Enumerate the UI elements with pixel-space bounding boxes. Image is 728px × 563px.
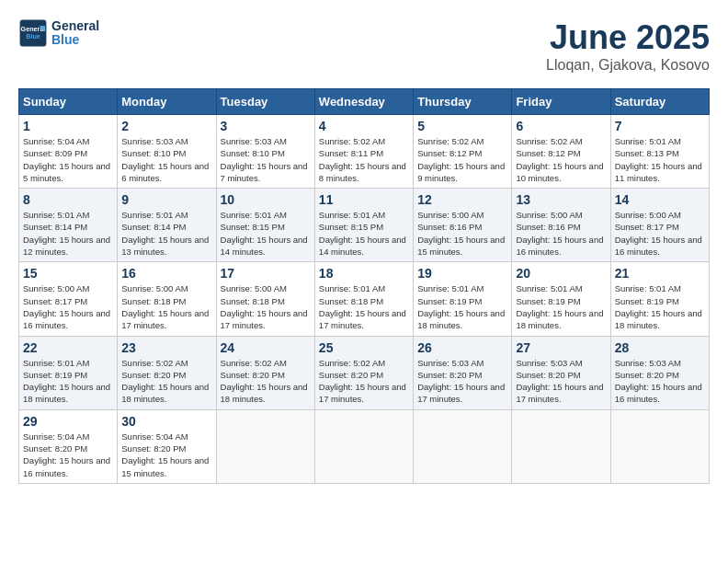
day-number: 30 [121, 414, 211, 429]
svg-text:Blue: Blue [26, 32, 40, 40]
day-info: Sunrise: 5:03 AM Sunset: 8:20 PM Dayligh… [615, 357, 705, 406]
day-number: 7 [615, 119, 705, 133]
day-number: 25 [319, 340, 409, 355]
day-number: 24 [221, 340, 311, 355]
day-info: Sunrise: 5:01 AM Sunset: 8:19 PM Dayligh… [23, 357, 113, 406]
logo: General Blue General Blue [18, 18, 99, 48]
day-number: 10 [221, 192, 311, 207]
week-row-5: 29 Sunrise: 5:04 AM Sunset: 8:20 PM Dayl… [19, 409, 710, 483]
day-info: Sunrise: 5:03 AM Sunset: 8:10 PM Dayligh… [221, 135, 311, 184]
calendar-cell: 15 Sunrise: 5:00 AM Sunset: 8:17 PM Dayl… [19, 262, 118, 336]
day-info: Sunrise: 5:01 AM Sunset: 8:15 PM Dayligh… [221, 209, 311, 258]
logo-icon: General Blue [18, 18, 48, 48]
day-number: 6 [516, 119, 606, 133]
day-info: Sunrise: 5:02 AM Sunset: 8:20 PM Dayligh… [319, 357, 409, 406]
calendar-cell: 21 Sunrise: 5:01 AM Sunset: 8:19 PM Dayl… [610, 262, 709, 336]
day-number: 15 [23, 266, 113, 281]
calendar-cell: 10 Sunrise: 5:01 AM Sunset: 8:15 PM Dayl… [216, 189, 314, 262]
calendar-cell: 9 Sunrise: 5:01 AM Sunset: 8:14 PM Dayli… [118, 189, 216, 262]
calendar-cell: 6 Sunrise: 5:02 AM Sunset: 8:12 PM Dayli… [512, 115, 610, 189]
week-row-3: 15 Sunrise: 5:00 AM Sunset: 8:17 PM Dayl… [19, 262, 710, 336]
day-number: 12 [417, 192, 507, 207]
week-row-4: 22 Sunrise: 5:01 AM Sunset: 8:19 PM Dayl… [19, 336, 710, 409]
calendar-cell [610, 409, 709, 483]
day-info: Sunrise: 5:02 AM Sunset: 8:11 PM Dayligh… [319, 135, 409, 184]
day-info: Sunrise: 5:04 AM Sunset: 8:09 PM Dayligh… [23, 135, 113, 184]
calendar-cell: 20 Sunrise: 5:01 AM Sunset: 8:19 PM Dayl… [512, 262, 610, 336]
calendar-cell: 8 Sunrise: 5:01 AM Sunset: 8:14 PM Dayli… [19, 189, 118, 262]
day-info: Sunrise: 5:00 AM Sunset: 8:16 PM Dayligh… [417, 209, 507, 258]
title-area: June 2025 Lloqan, Gjakova, Kosovo [546, 18, 710, 74]
day-info: Sunrise: 5:02 AM Sunset: 8:20 PM Dayligh… [221, 357, 311, 406]
day-number: 1 [23, 119, 113, 133]
day-info: Sunrise: 5:01 AM Sunset: 8:19 PM Dayligh… [417, 282, 507, 331]
day-number: 3 [221, 119, 311, 133]
calendar-cell: 16 Sunrise: 5:00 AM Sunset: 8:18 PM Dayl… [118, 262, 216, 336]
day-info: Sunrise: 5:01 AM Sunset: 8:14 PM Dayligh… [121, 209, 211, 258]
days-header-row: SundayMondayTuesdayWednesdayThursdayFrid… [19, 89, 710, 115]
header: General Blue General Blue June 2025 Lloq… [18, 18, 710, 74]
day-header-sunday: Sunday [19, 89, 118, 115]
calendar-cell: 7 Sunrise: 5:01 AM Sunset: 8:13 PM Dayli… [610, 115, 709, 189]
day-number: 4 [319, 119, 409, 133]
calendar-cell: 4 Sunrise: 5:02 AM Sunset: 8:11 PM Dayli… [314, 115, 413, 189]
calendar-cell [414, 409, 512, 483]
location: Lloqan, Gjakova, Kosovo [546, 57, 710, 74]
day-header-wednesday: Wednesday [314, 89, 413, 115]
calendar-cell: 17 Sunrise: 5:00 AM Sunset: 8:18 PM Dayl… [216, 262, 314, 336]
day-number: 29 [23, 414, 113, 429]
calendar-cell: 13 Sunrise: 5:00 AM Sunset: 8:16 PM Dayl… [512, 189, 610, 262]
week-row-2: 8 Sunrise: 5:01 AM Sunset: 8:14 PM Dayli… [19, 189, 710, 262]
day-number: 9 [121, 192, 211, 207]
calendar-cell: 28 Sunrise: 5:03 AM Sunset: 8:20 PM Dayl… [610, 336, 709, 409]
calendar-cell: 24 Sunrise: 5:02 AM Sunset: 8:20 PM Dayl… [216, 336, 314, 409]
day-number: 21 [615, 266, 705, 281]
day-info: Sunrise: 5:00 AM Sunset: 8:18 PM Dayligh… [121, 282, 211, 331]
calendar-cell: 23 Sunrise: 5:02 AM Sunset: 8:20 PM Dayl… [118, 336, 216, 409]
calendar-cell [512, 409, 610, 483]
day-number: 18 [319, 266, 409, 281]
day-info: Sunrise: 5:01 AM Sunset: 8:14 PM Dayligh… [23, 209, 113, 258]
day-info: Sunrise: 5:01 AM Sunset: 8:19 PM Dayligh… [615, 282, 705, 331]
calendar-table: SundayMondayTuesdayWednesdayThursdayFrid… [18, 88, 710, 484]
day-info: Sunrise: 5:02 AM Sunset: 8:12 PM Dayligh… [516, 135, 606, 184]
day-info: Sunrise: 5:00 AM Sunset: 8:17 PM Dayligh… [615, 209, 705, 258]
day-info: Sunrise: 5:02 AM Sunset: 8:12 PM Dayligh… [417, 135, 507, 184]
day-number: 2 [121, 119, 211, 133]
calendar-cell: 11 Sunrise: 5:01 AM Sunset: 8:15 PM Dayl… [314, 189, 413, 262]
month-title: June 2025 [546, 18, 710, 57]
day-number: 20 [516, 266, 606, 281]
day-info: Sunrise: 5:00 AM Sunset: 8:17 PM Dayligh… [23, 282, 113, 331]
day-number: 8 [23, 192, 113, 207]
calendar-cell: 29 Sunrise: 5:04 AM Sunset: 8:20 PM Dayl… [19, 409, 118, 483]
calendar-cell: 3 Sunrise: 5:03 AM Sunset: 8:10 PM Dayli… [216, 115, 314, 189]
calendar-cell: 22 Sunrise: 5:01 AM Sunset: 8:19 PM Dayl… [19, 336, 118, 409]
day-number: 23 [121, 340, 211, 355]
logo-blue: Blue [51, 33, 99, 47]
day-info: Sunrise: 5:00 AM Sunset: 8:18 PM Dayligh… [221, 282, 311, 331]
calendar-cell: 14 Sunrise: 5:00 AM Sunset: 8:17 PM Dayl… [610, 189, 709, 262]
day-header-saturday: Saturday [610, 89, 709, 115]
day-header-tuesday: Tuesday [216, 89, 314, 115]
day-info: Sunrise: 5:01 AM Sunset: 8:15 PM Dayligh… [319, 209, 409, 258]
day-info: Sunrise: 5:01 AM Sunset: 8:13 PM Dayligh… [615, 135, 705, 184]
day-number: 14 [615, 192, 705, 207]
day-number: 27 [516, 340, 606, 355]
day-number: 16 [121, 266, 211, 281]
day-number: 22 [23, 340, 113, 355]
day-info: Sunrise: 5:04 AM Sunset: 8:20 PM Dayligh… [23, 431, 113, 479]
day-number: 11 [319, 192, 409, 207]
calendar-cell: 5 Sunrise: 5:02 AM Sunset: 8:12 PM Dayli… [414, 115, 512, 189]
day-number: 13 [516, 192, 606, 207]
calendar-cell: 18 Sunrise: 5:01 AM Sunset: 8:18 PM Dayl… [314, 262, 413, 336]
logo-general: General [51, 19, 99, 33]
calendar-cell [314, 409, 413, 483]
day-header-monday: Monday [118, 89, 216, 115]
calendar-cell [216, 409, 314, 483]
day-number: 28 [615, 340, 705, 355]
day-number: 17 [221, 266, 311, 281]
day-info: Sunrise: 5:02 AM Sunset: 8:20 PM Dayligh… [121, 357, 211, 406]
calendar-cell: 25 Sunrise: 5:02 AM Sunset: 8:20 PM Dayl… [314, 336, 413, 409]
day-number: 5 [417, 119, 507, 133]
calendar-cell: 12 Sunrise: 5:00 AM Sunset: 8:16 PM Dayl… [414, 189, 512, 262]
